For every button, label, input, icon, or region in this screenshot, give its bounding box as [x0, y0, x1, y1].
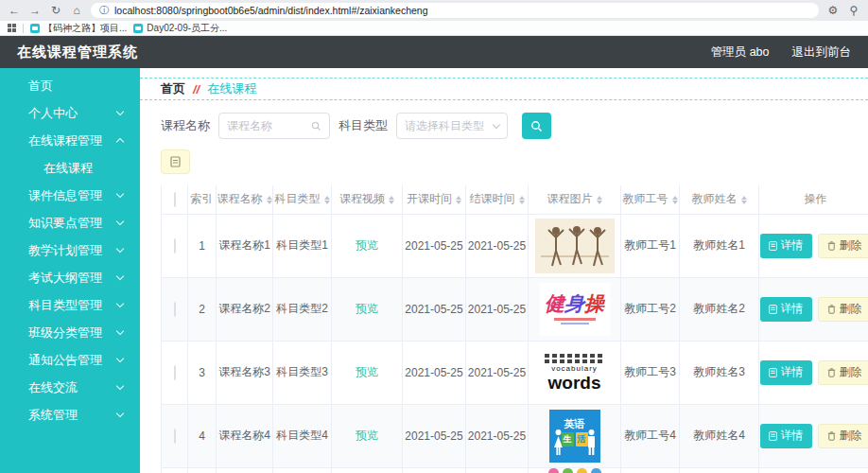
- cell-index: 1: [188, 214, 217, 277]
- sort-carets-icon[interactable]: [267, 196, 272, 204]
- sidebar-item-label: 在线课程管理: [28, 132, 102, 149]
- col-teacher-name[interactable]: 教师姓名: [680, 185, 759, 214]
- course-name-field: [218, 113, 330, 139]
- add-button[interactable]: [161, 149, 190, 174]
- sort-carets-icon[interactable]: [597, 196, 602, 204]
- video-preview-link[interactable]: 预览: [356, 302, 378, 315]
- subject-type-select[interactable]: [396, 113, 508, 139]
- sidebar-item-exam-outline-mgmt[interactable]: 考试大纲管理: [0, 264, 140, 291]
- row-checkbox[interactable]: [174, 238, 176, 254]
- course-image-colorful-letters: [546, 468, 604, 473]
- app-body: 首页 个人中心 在线课程管理 在线课程 课件信息管理 知识要点管理: [0, 68, 868, 473]
- cell-teacher-id: 教师工号3: [621, 341, 680, 404]
- chevron-down-icon: [116, 300, 124, 307]
- main-content: 首页 // 在线课程 课程名称 科目类型: [140, 68, 868, 473]
- delete-button[interactable]: 删除: [818, 234, 868, 258]
- sidebar-item-personal-center[interactable]: 个人中心: [0, 99, 140, 127]
- bookmark-item[interactable]: Day02-09-员工分...: [133, 22, 227, 35]
- row-checkbox[interactable]: [174, 302, 176, 317]
- trash-icon: [827, 431, 836, 441]
- sidebar-item-online-course-mgmt[interactable]: 在线课程管理: [0, 127, 140, 154]
- cell-teacher-name: 教师姓名1: [680, 214, 759, 277]
- delete-button[interactable]: 删除: [818, 424, 868, 448]
- breadcrumb-home[interactable]: 首页: [161, 80, 185, 97]
- apps-grid-icon[interactable]: [8, 24, 16, 32]
- course-image-fitness-calligraphy: 健身操: [540, 283, 610, 336]
- table-header-row: 索引 课程名称 科目类型 课程视频 开课时间 结课时间 课程图片 教师工号 教师…: [162, 185, 868, 214]
- col-course-image[interactable]: 课程图片: [529, 185, 621, 214]
- sort-carets-icon[interactable]: [389, 196, 394, 204]
- breadcrumb-separator: //: [193, 82, 200, 96]
- sidebar-item-teaching-plan-mgmt[interactable]: 教学计划管理: [0, 236, 140, 264]
- detail-button[interactable]: 详情: [760, 424, 812, 448]
- col-teacher-id[interactable]: 教师工号: [621, 185, 680, 214]
- col-actions: 操作: [759, 185, 868, 214]
- profile-icon[interactable]: ⚲: [847, 5, 860, 16]
- cell-end-time: 2021-05-25: [466, 404, 529, 467]
- detail-button[interactable]: 详情: [760, 234, 812, 258]
- row-checkbox[interactable]: [174, 365, 176, 380]
- site-info-icon[interactable]: ⓘ: [99, 4, 109, 17]
- cell-course-name: 课程名称2: [217, 277, 273, 341]
- sidebar-item-knowledge-points-mgmt[interactable]: 知识要点管理: [0, 209, 140, 236]
- delete-button[interactable]: 删除: [818, 360, 868, 385]
- sidebar-item-class-category-mgmt[interactable]: 班级分类管理: [0, 319, 140, 346]
- sidebar-item-home[interactable]: 首页: [0, 72, 140, 99]
- home-icon[interactable]: ⌂: [70, 5, 83, 16]
- document-icon: [769, 431, 777, 441]
- sidebar-item-courseware-mgmt[interactable]: 课件信息管理: [0, 182, 140, 209]
- chevron-down-icon: [116, 218, 124, 225]
- bookmark-item[interactable]: 【码神之路】项目...: [30, 22, 127, 35]
- sidebar-item-announcement-mgmt[interactable]: 通知公告管理: [0, 346, 140, 374]
- address-bar[interactable]: ⓘ localhost:8080/springboot0b6e5/admin/d…: [91, 3, 819, 18]
- search-button[interactable]: [522, 113, 551, 139]
- video-preview-link[interactable]: 预览: [356, 238, 378, 252]
- chevron-down-icon: [116, 410, 124, 417]
- sort-carets-icon[interactable]: [519, 196, 525, 204]
- table-row-partial: [162, 467, 868, 473]
- bookmark-favicon: [133, 24, 143, 33]
- cell-course-name: 课程名称1: [217, 214, 273, 277]
- sidebar-item-subject-type-mgmt[interactable]: 科目类型管理: [0, 291, 140, 319]
- chevron-down-icon: [116, 272, 124, 280]
- video-preview-link[interactable]: 预览: [356, 429, 378, 442]
- video-preview-link[interactable]: 预览: [356, 365, 378, 378]
- bookmarks-separator: [23, 24, 24, 33]
- sidebar-item-system-mgmt[interactable]: 系统管理: [0, 401, 140, 429]
- refresh-icon[interactable]: ↻: [49, 5, 62, 16]
- col-index: 索引: [188, 185, 217, 214]
- cell-subject-type: 科目类型4: [273, 404, 332, 467]
- cell-start-time: 2021-05-25: [403, 214, 466, 277]
- col-course-name[interactable]: 课程名称: [217, 185, 273, 214]
- select-all-checkbox[interactable]: [174, 192, 176, 207]
- col-end-time[interactable]: 结课时间: [466, 185, 529, 214]
- col-subject-type[interactable]: 科目类型: [273, 185, 332, 214]
- back-icon[interactable]: ←: [8, 5, 21, 16]
- sidebar-item-label: 通知公告管理: [28, 352, 102, 369]
- sort-carets-icon[interactable]: [672, 196, 678, 204]
- cell-teacher-name: 教师姓名2: [680, 277, 759, 341]
- row-checkbox[interactable]: [174, 429, 176, 444]
- detail-button[interactable]: 详情: [760, 360, 812, 385]
- logout-button[interactable]: 退出到前台: [792, 44, 852, 61]
- sort-carets-icon[interactable]: [456, 196, 461, 204]
- cell-start-time: 2021-05-25: [403, 277, 466, 341]
- course-name-input[interactable]: [227, 119, 306, 132]
- detail-button[interactable]: 详情: [760, 297, 812, 322]
- cell-teacher-id: 教师工号2: [621, 277, 680, 341]
- sidebar-item-online-chat[interactable]: 在线交流: [0, 374, 140, 401]
- extensions-icon[interactable]: ⚙: [826, 5, 840, 16]
- col-course-video[interactable]: 课程视频: [332, 185, 403, 214]
- forward-icon[interactable]: →: [28, 5, 42, 16]
- current-user[interactable]: 管理员 abo: [711, 44, 770, 61]
- sort-carets-icon[interactable]: [741, 196, 747, 204]
- sort-carets-icon[interactable]: [324, 196, 330, 204]
- cell-subject-type: 科目类型3: [273, 341, 332, 404]
- subject-type-input[interactable]: [405, 119, 489, 132]
- table-row: 2 课程名称2 科目类型2 预览 2021-05-25 2021-05-25 健…: [162, 277, 868, 341]
- col-start-time[interactable]: 开课时间: [403, 185, 466, 214]
- sidebar-subitem-online-course[interactable]: 在线课程: [0, 154, 140, 182]
- breadcrumb-current: 在线课程: [207, 80, 256, 97]
- delete-button[interactable]: 删除: [818, 297, 868, 322]
- table-row: 3 课程名称3 科目类型3 预览 2021-05-25 2021-05-25 v…: [162, 341, 868, 404]
